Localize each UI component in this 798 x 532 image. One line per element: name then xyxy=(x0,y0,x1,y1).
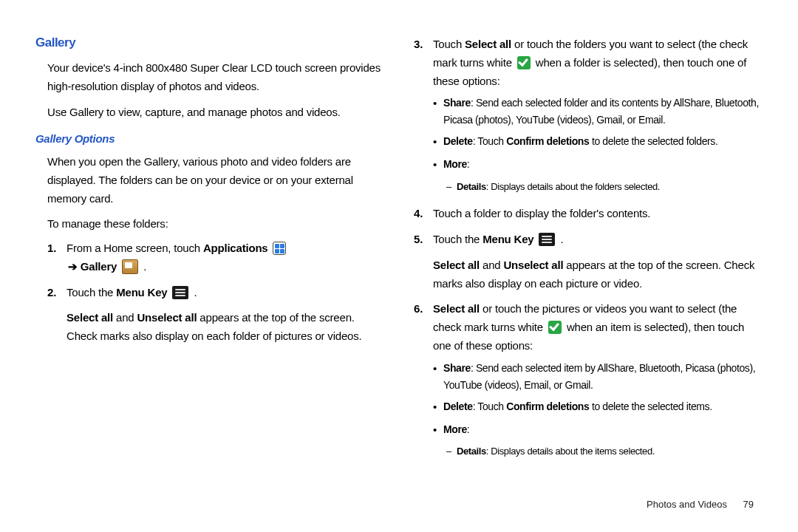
step-4-body: Touch a folder to display the folder's c… xyxy=(433,205,763,223)
menu-key-icon xyxy=(539,233,555,246)
intro-para-1: Your device's 4-inch 800x480 Super Clear… xyxy=(47,59,384,96)
left-column: Gallery Your device's 4-inch 800x480 Sup… xyxy=(35,33,384,525)
bullet-share: Share: Send each selected item by AllSha… xyxy=(443,360,763,394)
text: Touch the xyxy=(66,286,116,299)
gallery-icon xyxy=(122,259,138,274)
bullet-more: More: xyxy=(443,421,763,440)
right-column: 3. Touch Select all or touch the folders… xyxy=(414,33,763,525)
heading-gallery: Gallery xyxy=(35,33,384,53)
step-number: 1. xyxy=(47,239,66,258)
label-select-all: Select all xyxy=(433,302,480,315)
label-menu-key: Menu Key xyxy=(116,286,167,299)
label-select-all: Select all xyxy=(465,38,511,50)
text: and xyxy=(480,259,503,271)
text: Touch xyxy=(433,38,465,50)
bullet-delete: Delete: Touch Confirm deletions to delet… xyxy=(443,398,763,417)
intro-para-2: Use Gallery to view, capture, and manage… xyxy=(47,103,384,122)
dash-details: –Details: Displays details about the fol… xyxy=(446,179,763,194)
label-applications: Applications xyxy=(203,242,268,254)
label-gallery: Gallery xyxy=(81,260,117,273)
options-para-1: When you open the Gallery, various photo… xyxy=(47,153,384,208)
text: From a Home screen, touch xyxy=(66,242,203,254)
footer-page-number: 79 xyxy=(743,499,754,510)
label-select-all: Select all xyxy=(433,259,480,271)
applications-icon xyxy=(273,242,286,255)
subheading-gallery-options: Gallery Options xyxy=(35,130,384,149)
step-3-body: Touch Select all or touch the folders yo… xyxy=(433,35,763,197)
footer-section: Photos and Videos xyxy=(647,499,727,510)
bullet-share: Share: Send each selected folder and its… xyxy=(443,95,763,129)
step-number: 3. xyxy=(414,35,433,54)
bullet-more: More: xyxy=(443,156,763,174)
step-5-body: Touch the Menu Key . Select all and Unse… xyxy=(433,231,763,293)
step-number: 2. xyxy=(47,284,66,302)
label-unselect-all: Unselect all xyxy=(503,259,563,271)
step-2-body: Touch the Menu Key . Select all and Unse… xyxy=(66,284,384,346)
label-select-all: Select all xyxy=(66,311,113,324)
checkmark-icon xyxy=(517,56,531,69)
page-footer: Photos and Videos 79 xyxy=(647,499,754,510)
step-number: 5. xyxy=(414,231,433,249)
bullet-delete: Delete: Touch Confirm deletions to delet… xyxy=(443,133,763,151)
dash-details: –Details: Displays details about the ite… xyxy=(446,443,763,459)
text: Touch the xyxy=(433,233,482,245)
menu-key-icon xyxy=(172,286,188,299)
text: and xyxy=(113,311,137,324)
checkmark-icon xyxy=(548,321,562,334)
step-number: 6. xyxy=(414,300,433,318)
options-para-2: To manage these folders: xyxy=(47,215,384,233)
label-menu-key: Menu Key xyxy=(482,233,533,245)
step-number: 4. xyxy=(414,205,433,223)
label-unselect-all: Unselect all xyxy=(137,311,197,324)
step-1-body: From a Home screen, touch Applications ➔… xyxy=(66,239,384,276)
step-6-body: Select all or touch the pictures or vide… xyxy=(433,300,763,462)
